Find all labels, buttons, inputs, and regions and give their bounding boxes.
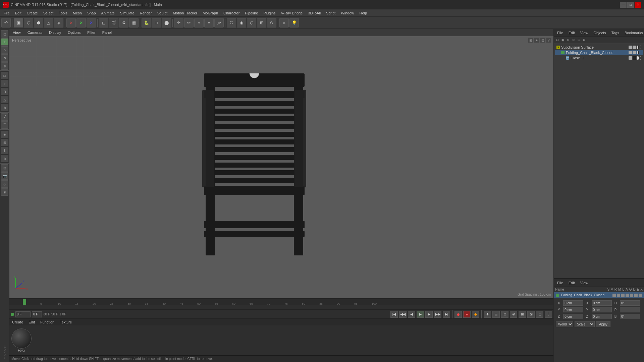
- set-key-button[interactable]: ◆: [472, 311, 479, 318]
- polygons-mode-button[interactable]: △: [44, 18, 53, 27]
- undo-button[interactable]: ↶: [1, 18, 11, 27]
- go-next-key-button[interactable]: ▶▶: [434, 311, 441, 318]
- om-icon-4[interactable]: ⊗: [571, 38, 576, 42]
- poly-tool[interactable]: ⬡: [247, 18, 256, 27]
- render-button[interactable]: 🎬: [109, 18, 118, 27]
- coord-rx-input[interactable]: [592, 300, 612, 306]
- go-to-start-button[interactable]: |◀: [390, 311, 398, 318]
- menu-snap[interactable]: Snap: [85, 10, 98, 16]
- prop-icon-2[interactable]: [617, 294, 620, 297]
- material-btn[interactable]: ⬤: [162, 18, 171, 27]
- menu-window[interactable]: Window: [338, 10, 356, 16]
- obj-row-folding-chair[interactable]: Folding_Chair_Black_Closed: [555, 50, 643, 55]
- prop-icon-5[interactable]: [630, 294, 633, 297]
- sidebar-spline-icon[interactable]: ⌒: [1, 121, 8, 129]
- mat-menu-create[interactable]: Create: [11, 319, 24, 325]
- viewport-settings-btn[interactable]: +: [534, 38, 539, 43]
- mat-menu-texture[interactable]: Texture: [58, 319, 73, 325]
- obj-header-objects[interactable]: Objects: [592, 30, 607, 36]
- python-button[interactable]: 🐍: [142, 18, 151, 27]
- menu-motion-tracker[interactable]: Motion Tracker: [170, 10, 200, 16]
- playhead[interactable]: [23, 299, 26, 305]
- coord-rz-input[interactable]: [592, 314, 612, 319]
- subdiv-check-1[interactable]: [629, 46, 632, 49]
- coord-y-input[interactable]: [563, 307, 583, 312]
- layer-btn[interactable]: ☰: [492, 311, 500, 318]
- y-axis-button[interactable]: ✕: [76, 18, 86, 27]
- menu-plugins[interactable]: Plugins: [261, 10, 278, 16]
- obj-header-bookmarks[interactable]: Bookmarks: [623, 30, 644, 36]
- edges-mode-button[interactable]: ⬢: [34, 18, 43, 27]
- animate-btn[interactable]: ⊗: [510, 311, 517, 318]
- menu-file[interactable]: File: [1, 10, 12, 16]
- sidebar-scale-icon[interactable]: ⤡: [1, 46, 8, 54]
- menu-sculpt[interactable]: Sculpt: [155, 10, 170, 16]
- coord-p-input[interactable]: [620, 307, 640, 312]
- menu-3dtoall[interactable]: 3DToAll: [306, 10, 323, 16]
- menu-simulate[interactable]: Simulate: [118, 10, 137, 16]
- sidebar-cone-icon[interactable]: △: [1, 96, 8, 103]
- menu-vray[interactable]: V-Ray Bridge: [279, 10, 305, 16]
- more-btn[interactable]: ⋮: [545, 311, 552, 318]
- sidebar-rotate-icon[interactable]: ↻: [1, 54, 8, 62]
- sidebar-light-icon[interactable]: ☼: [1, 180, 8, 188]
- wire-tool[interactable]: ⊞: [257, 18, 266, 27]
- uvw-mode-button[interactable]: ◈: [54, 18, 63, 27]
- magnet-tool[interactable]: ⚬: [204, 18, 214, 27]
- menu-pipeline[interactable]: Pipeline: [243, 10, 260, 16]
- props-view[interactable]: View: [579, 280, 590, 286]
- lasso-tool[interactable]: ◉: [237, 18, 246, 27]
- object-btn[interactable]: □: [152, 18, 161, 27]
- menu-animate[interactable]: Animate: [99, 10, 117, 16]
- light-btn[interactable]: 💡: [289, 18, 299, 27]
- obj-header-view[interactable]: View: [579, 30, 590, 36]
- prop-icon-7[interactable]: [639, 294, 642, 297]
- prop-icon-1[interactable]: [612, 294, 616, 297]
- timeline-btn[interactable]: ⊠: [527, 311, 535, 318]
- sidebar-torus-icon[interactable]: ⊚: [1, 104, 8, 111]
- sidebar-live-icon[interactable]: ⊕: [1, 62, 8, 70]
- menu-character[interactable]: Character: [221, 10, 242, 16]
- vp-menu-cameras[interactable]: Cameras: [25, 30, 45, 35]
- auto-key-button[interactable]: ●: [463, 311, 471, 318]
- menu-render[interactable]: Render: [138, 10, 154, 16]
- menu-mograph[interactable]: MoGraph: [200, 10, 220, 16]
- timeline-ruler[interactable]: 0 5 10 15 20 25 30 35 40 45 50 55 60 65 …: [9, 299, 553, 305]
- sidebar-camera-icon[interactable]: 📷: [1, 172, 8, 180]
- start-frame-input[interactable]: [15, 311, 31, 317]
- chair-check-1[interactable]: [629, 51, 632, 54]
- motion-clip-btn[interactable]: ✛: [484, 311, 491, 318]
- menu-tools[interactable]: Tools: [56, 10, 70, 16]
- dope-sheet-btn[interactable]: ⊞: [519, 311, 526, 318]
- sculpt-tool[interactable]: ⌖: [194, 18, 204, 27]
- coord-h-input[interactable]: [620, 300, 640, 306]
- coord-z-input[interactable]: [563, 314, 583, 319]
- om-icon-1[interactable]: ⊡: [555, 38, 560, 42]
- x-axis-button[interactable]: ✕: [66, 18, 76, 27]
- world-select[interactable]: World: [556, 321, 573, 327]
- step-fwd-button[interactable]: ▶: [425, 311, 433, 318]
- prop-icon-3[interactable]: [621, 294, 625, 297]
- menu-create[interactable]: Create: [24, 10, 40, 16]
- sidebar-field-icon[interactable]: $: [1, 147, 8, 154]
- select-all-button[interactable]: ◻: [99, 18, 108, 27]
- obj-header-edit[interactable]: Edit: [567, 30, 576, 36]
- vp-menu-display[interactable]: Display: [47, 30, 63, 35]
- menu-help[interactable]: Help: [357, 10, 370, 16]
- go-to-end-button[interactable]: ▶|: [443, 311, 450, 318]
- sidebar-cloner-icon[interactable]: ⊞: [1, 139, 8, 146]
- vp-menu-view[interactable]: View: [11, 30, 23, 35]
- obj-row-close1[interactable]: ▽ Close_1: [555, 55, 643, 61]
- timeline-track[interactable]: [9, 305, 553, 310]
- viewport-toggle-btn[interactable]: ⊡: [540, 38, 545, 43]
- select-box-tool[interactable]: ⎔: [227, 18, 236, 27]
- loop-tool[interactable]: ⊝: [267, 18, 276, 27]
- motion-track-btn[interactable]: ⊕: [501, 311, 508, 318]
- sidebar-select-icon[interactable]: ◻: [1, 30, 8, 38]
- mat-menu-function[interactable]: Function: [39, 319, 56, 325]
- sidebar-null-icon[interactable]: ⊡: [1, 164, 8, 172]
- record-button[interactable]: ⏺: [454, 311, 462, 318]
- render-settings-button[interactable]: ⚙: [119, 18, 128, 27]
- obj-header-file[interactable]: File: [556, 30, 565, 36]
- minimize-button[interactable]: —: [620, 2, 627, 8]
